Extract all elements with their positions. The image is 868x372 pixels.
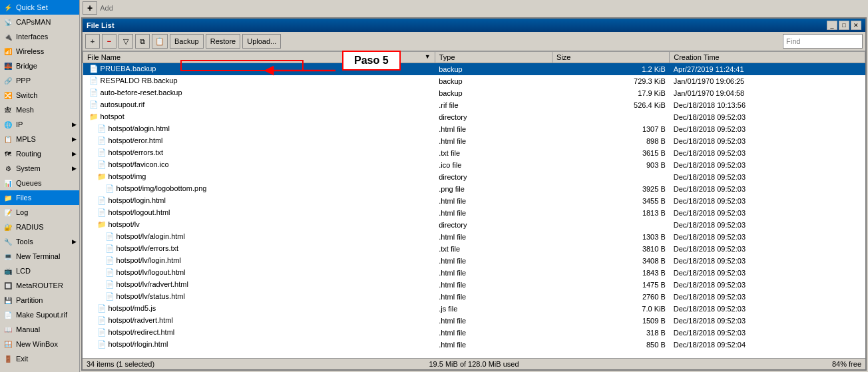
file-type-icon: 📄 (105, 244, 114, 252)
file-type-cell: directory (435, 111, 552, 123)
table-row[interactable]: 📄 hotspot/lv/radvert.html .html file 147… (83, 279, 865, 291)
sidebar-item-partition[interactable]: 💾 Partition (0, 293, 79, 307)
sidebar-item-ppp[interactable]: 🔗 PPP (0, 73, 79, 88)
file-size-cell: 1843 B (552, 267, 670, 279)
sidebar-item-interfaces[interactable]: 🔌 Interfaces (0, 29, 79, 44)
paste-button[interactable]: 📋 (152, 34, 168, 49)
filter-button[interactable]: ▽ (118, 34, 133, 49)
col-header-type[interactable]: Type (435, 52, 552, 63)
sidebar-item-make-supout.rif[interactable]: 📄 Make Supout.rif (0, 307, 79, 322)
table-row[interactable]: 📁 hotspot/lv directory Dec/18/2018 09:52… (83, 219, 865, 231)
file-size-cell: 526.4 KiB (552, 99, 670, 111)
table-row[interactable]: 📄 hotspot/alogin.html .html file 1307 B … (83, 123, 865, 135)
sidebar-item-capsman[interactable]: 📡 CAPsMAN (0, 15, 79, 29)
file-type-icon: 📄 (105, 232, 114, 240)
col-header-creation[interactable]: Creation Time (670, 52, 865, 63)
sidebar-icon: 🔌 (3, 31, 13, 42)
sidebar-icon: 🗺 (3, 148, 13, 159)
file-table-container[interactable]: File Name ▼ Type Size Creation Time 📄 PR… (83, 51, 865, 358)
table-row[interactable]: 📄 hotspot/img/logobottom.png .png file 3… (83, 183, 865, 195)
file-created-cell: Dec/18/2018 09:52:03 (670, 111, 865, 123)
file-name-cell: 📁 hotspot/img (83, 171, 435, 183)
submenu-arrow-icon: ▶ (72, 238, 77, 245)
file-name-cell: 📄 hotspot/img/logobottom.png (83, 183, 435, 195)
sidebar-item-routing[interactable]: 🗺 Routing ▶ (0, 146, 79, 161)
table-row[interactable]: 📄 hotspot/eror.html .html file 898 B Dec… (83, 135, 865, 147)
table-row[interactable]: 📁 hotspot directory Dec/18/2018 09:52:03 (83, 111, 865, 123)
sidebar-item-quick-set[interactable]: ⚡ Quick Set (0, 0, 79, 15)
sidebar-icon: 📊 (3, 178, 13, 188)
file-created-cell: Dec/18/2018 10:13:56 (670, 99, 865, 111)
file-size-cell (552, 219, 670, 231)
table-row[interactable]: 📄 hotspot/md5.js .js file 7.0 KiB Dec/18… (83, 303, 865, 315)
sidebar-label: New Terminal (16, 252, 60, 260)
status-used: 19.5 MiB of 128.0 MiB used (345, 360, 603, 368)
file-type-cell: .png file (435, 183, 552, 195)
table-row[interactable]: 📄 PRUEBA.backup backup 1.2 KiB Apr/27/20… (83, 63, 865, 75)
file-name-cell: 📄 auto-before-reset.backup (83, 87, 435, 99)
sidebar-item-bridge[interactable]: 🌉 Bridge (0, 59, 79, 73)
sidebar-item-wireless[interactable]: 📶 Wireless (0, 44, 79, 59)
close-button[interactable]: ✕ (851, 21, 861, 30)
table-row[interactable]: 📄 hotspot/lv/alogin.html .html file 1303… (83, 231, 865, 243)
maximize-button[interactable]: □ (839, 21, 849, 30)
table-row[interactable]: 📄 hotspot/radvert.html .html file 1509 B… (83, 315, 865, 327)
add-file-button[interactable]: + (85, 34, 100, 49)
table-row[interactable]: 📄 hotspot/redirect.html .html file 318 B… (83, 327, 865, 339)
table-row[interactable]: 📄 autosupout.rif .rif file 526.4 KiB Dec… (83, 99, 865, 111)
table-row[interactable]: 📄 auto-before-reset.backup backup 17.9 K… (83, 87, 865, 99)
upload-button[interactable]: Upload... (242, 34, 281, 49)
sidebar-item-new-terminal[interactable]: 💻 New Terminal (0, 249, 79, 264)
file-type-icon: 📄 (105, 256, 114, 264)
sidebar-item-lcd[interactable]: 📺 LCD (0, 264, 79, 278)
table-row[interactable]: 📄 RESPALDO RB.backup backup 729.3 KiB Ja… (83, 75, 865, 87)
filter-icon: ▽ (123, 37, 128, 46)
sidebar-item-tools[interactable]: 🔧 Tools ▶ (0, 234, 79, 249)
table-row[interactable]: 📄 hotspot/rlogin.html .html file 850 B D… (83, 339, 865, 351)
table-row[interactable]: 📄 hotspot/lv/errors.txt .txt file 3810 B… (83, 243, 865, 255)
file-type-cell: backup (435, 75, 552, 87)
table-row[interactable]: 📄 hotspot/lv/logout.html .html file 1843… (83, 267, 865, 279)
table-row[interactable]: 📄 hotspot/favicon.ico .ico file 903 B De… (83, 159, 865, 171)
sidebar-item-mpls[interactable]: 📋 MPLS ▶ (0, 132, 79, 146)
find-input[interactable] (783, 34, 863, 49)
col-header-size[interactable]: Size (552, 52, 670, 63)
sidebar-item-exit[interactable]: 🚪 Exit (0, 351, 79, 366)
file-type-cell: .txt file (435, 243, 552, 255)
file-type-icon: 📄 (97, 148, 107, 156)
sidebar-item-system[interactable]: ⚙ System ▶ (0, 161, 79, 176)
sidebar-item-files[interactable]: 📁 Files (0, 190, 79, 205)
col-header-name[interactable]: File Name ▼ (83, 52, 435, 63)
file-type-cell: .html file (435, 327, 552, 339)
sidebar-icon: 🔗 (3, 75, 13, 86)
table-row[interactable]: 📁 hotspot/img directory Dec/18/2018 09:5… (83, 171, 865, 183)
add-button[interactable]: + (83, 1, 97, 15)
sidebar-icon: 💾 (3, 295, 13, 305)
file-created-cell: Dec/18/2018 09:52:03 (670, 327, 865, 339)
restore-button[interactable]: Restore (206, 34, 241, 49)
backup-button[interactable]: Backup (170, 34, 204, 49)
sidebar-item-manual[interactable]: 📖 Manual (0, 322, 79, 337)
file-type-cell: .js file (435, 303, 552, 315)
copy-button[interactable]: ⧉ (135, 34, 150, 49)
sidebar-item-log[interactable]: 📝 Log (0, 205, 79, 220)
minimize-button[interactable]: _ (827, 21, 837, 30)
sidebar-item-metarouter[interactable]: 🔲 MetaROUTER (0, 278, 79, 293)
sidebar-item-radius[interactable]: 🔐 RADIUS (0, 220, 79, 234)
table-row[interactable]: 📄 hotspot/errors.txt .txt file 3615 B De… (83, 147, 865, 159)
table-row[interactable]: 📄 hotspot/logout.html .html file 1813 B … (83, 207, 865, 219)
submenu-arrow-icon: ▶ (72, 121, 77, 128)
sidebar-item-queues[interactable]: 📊 Queues (0, 176, 79, 190)
file-created-cell: Dec/18/2018 09:52:03 (670, 183, 865, 195)
sidebar-item-switch[interactable]: 🔀 Switch (0, 88, 79, 102)
sidebar-item-new-winbox[interactable]: 🪟 New WinBox (0, 337, 79, 351)
sidebar-item-ip[interactable]: 🌐 IP ▶ (0, 117, 79, 132)
remove-file-button[interactable]: − (102, 34, 116, 49)
sidebar-icon: 📝 (3, 207, 13, 218)
sidebar-icon: 📁 (3, 192, 13, 203)
sidebar-icon: 🌐 (3, 119, 13, 130)
table-row[interactable]: 📄 hotspot/lv/login.html .html file 3408 … (83, 255, 865, 267)
table-row[interactable]: 📄 hotspot/login.html .html file 3455 B D… (83, 195, 865, 207)
table-row[interactable]: 📄 hotspot/lv/status.html .html file 2760… (83, 291, 865, 303)
sidebar-item-mesh[interactable]: 🕸 Mesh (0, 102, 79, 117)
